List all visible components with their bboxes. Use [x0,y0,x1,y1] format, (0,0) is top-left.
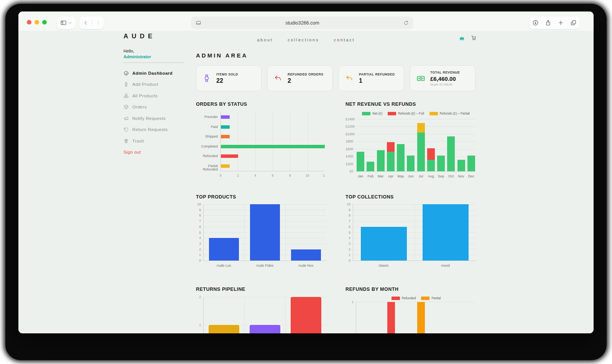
sidebar-item-return-requests[interactable]: Return Requests [123,124,189,136]
stat-label: PARTIAL REFUNDED [359,72,395,76]
legend-swatch [429,112,438,115]
legend-label: Refunds (£) – Partial [440,111,470,115]
legend-label: Partial [431,296,441,300]
bar [367,162,374,171]
bar [417,302,425,333]
close-window-button[interactable] [27,20,31,25]
y-tick-label: 7 [345,220,350,223]
trash-icon [123,138,129,144]
sidebar-menu: Admin Dashboard Add Product All Products… [123,67,189,158]
stat-card-total-revenue: TOTAL REVENUE £6,460.00 Gross: £7,290.00 [410,65,475,91]
bar [361,227,407,261]
gridline [355,171,476,172]
gridline [255,112,256,171]
sidebar-item-trash[interactable]: Trash [123,135,189,147]
zoom-window-button[interactable] [42,20,47,25]
nav-link-collections[interactable]: collections [288,38,319,42]
category-label: Jul [416,175,426,178]
chevron-down-icon[interactable] [68,21,72,25]
y-tick-label: 6 [345,225,350,229]
sidebar-item-admin-dashboard[interactable]: Admin Dashboard [123,67,189,79]
address-bar[interactable]: studio3266.com [191,16,413,29]
y-tick-label: £400 [345,155,353,158]
gridline [356,302,476,302]
x-tick-label: 6 [269,174,276,177]
bar [427,148,435,160]
undo-arrow-icon [345,74,354,83]
category-label: Aug [426,175,436,178]
window-controls [27,20,47,25]
cart-icon[interactable] [471,35,477,41]
y-axis [353,204,353,261]
sidebar-toggle-icon[interactable] [60,20,67,26]
nav-link-contact[interactable]: contact [334,38,355,42]
banknote-icon [416,74,426,83]
tab-overview-icon[interactable] [570,20,577,26]
username-text: Administrator [123,54,189,59]
y-tick-label: £0 [345,170,353,173]
stat-cards: ITEMS SOLD 22 REFUNDED ORDERS 2 PARTIA [196,65,475,91]
category-label: Shipped [196,135,218,138]
stat-value: £6,460.00 [430,75,460,82]
sidebar-item-add-product[interactable]: Add Product [123,79,189,90]
bar [221,154,238,158]
stat-sub: Gross: £7,290.00 [430,83,460,86]
category-label: mood [415,264,476,267]
bar [387,142,395,152]
gridline [203,261,326,261]
forward-button[interactable] [92,20,104,26]
nav-link-about[interactable]: about [257,38,273,42]
chart-title: REFUNDS BY MONTH [345,287,398,292]
bar [221,135,230,138]
sidebar-item-sign-out[interactable]: Sign out [123,147,189,158]
bar [221,115,230,119]
y-tick-label: 5 [196,231,201,234]
sidebar-item-label: Orders [132,105,147,109]
minimize-window-button[interactable] [35,20,39,25]
top-collections-chart: TOP COLLECTIONS 012345678910classicmood [345,192,476,280]
category-label: Aude Nox [285,264,326,267]
y-tick-label: 2 [345,248,350,251]
sidebar-item-label: All Products [132,93,158,98]
url-text: studio3266.com [201,20,403,26]
stat-label: REFUNDED ORDERS [288,72,323,76]
category-label: Jan [355,175,365,178]
gridline [244,204,245,261]
category-label: May [396,175,406,178]
crown-icon[interactable] [459,35,465,41]
gridline [355,156,476,157]
bar [417,123,425,133]
history-nav-group [79,16,104,29]
bar [387,152,395,171]
y-tick-label: £1400 [345,118,353,121]
orders-by-status-chart: ORDERS BY STATUS 024681012PreorderPaidSh… [196,101,325,182]
category-label: Paid [196,125,218,129]
undo-arrow-icon [274,74,283,83]
gridline [273,112,273,171]
sidebar-item-notify-requests[interactable]: Notify Requests [123,113,189,124]
gridline [238,112,238,171]
downloads-icon[interactable] [532,20,539,26]
bar [209,325,239,333]
sidebar-divider [123,62,184,63]
legend-swatch [388,112,396,115]
sidebar-item-all-products[interactable]: All Products [123,90,189,102]
y-tick-label: 2 [196,248,201,251]
y-tick-label: 1 [196,323,201,327]
refresh-icon[interactable] [403,20,409,26]
back-button[interactable] [80,20,92,26]
y-tick-label: £800 [345,140,353,143]
stat-label: ITEMS SOLD [216,72,238,76]
bar [423,204,469,261]
legend-label: Refunded [402,296,416,300]
admin-sidebar: Hello, Administrator Admin Dashboard Add… [123,49,189,158]
bar [291,297,321,333]
bar [467,156,475,171]
sidebar-item-label: Admin Dashboard [132,71,173,75]
share-icon[interactable] [545,20,551,26]
y-axis [203,204,204,261]
stat-value: 22 [216,77,238,84]
new-tab-icon[interactable] [558,20,564,26]
sidebar-item-orders[interactable]: Orders [123,102,189,113]
chart-title: RETURNS PIPELINE [196,287,245,292]
